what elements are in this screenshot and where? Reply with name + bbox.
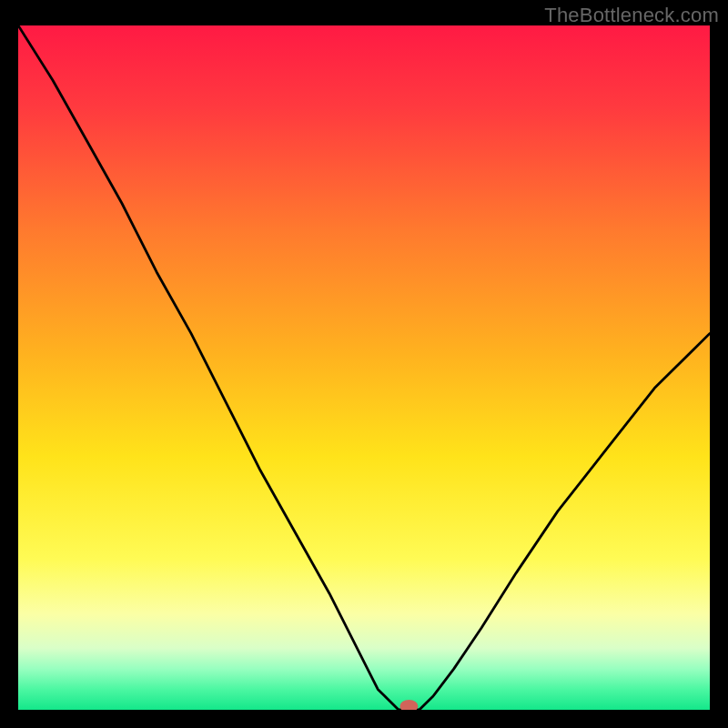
plot-area (18, 25, 710, 710)
gradient-rect (18, 25, 710, 710)
chart-frame: TheBottleneck.com (0, 0, 728, 728)
plot-svg (18, 25, 710, 710)
watermark-text: TheBottleneck.com (544, 4, 719, 27)
